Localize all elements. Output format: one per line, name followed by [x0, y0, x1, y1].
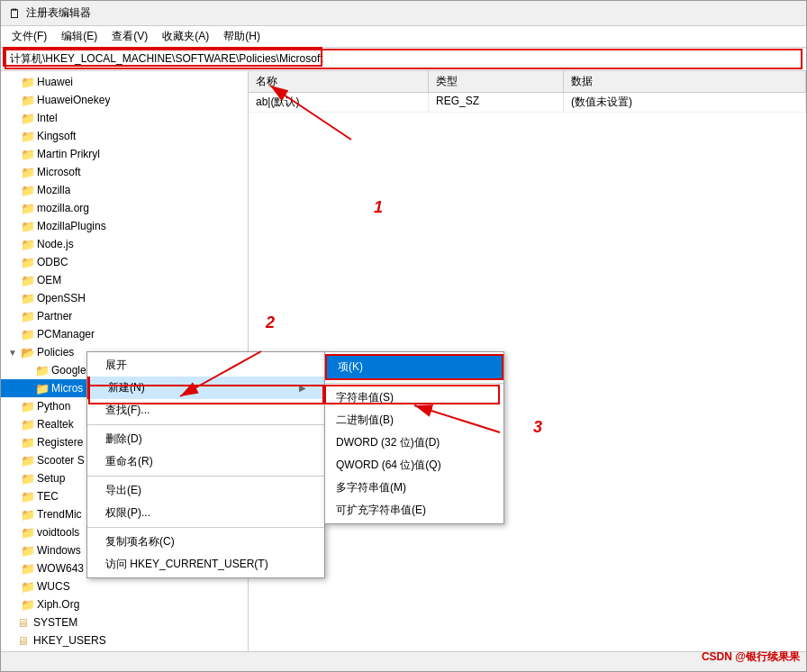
tree-item[interactable]: 📁Intel — [1, 109, 248, 127]
folder-icon: 📁 — [21, 454, 37, 468]
ctx-export[interactable]: 导出(E) — [87, 479, 324, 502]
tree-item[interactable]: 📁Martin Prikryl — [1, 145, 248, 163]
submenu-arrow: ▶ — [299, 383, 306, 393]
tree-label: mozilla.org — [37, 202, 89, 214]
tree-item[interactable]: 📁PCManager — [1, 325, 248, 343]
tree-label: Microsoft — [37, 166, 81, 178]
submenu-expandstring[interactable]: 可扩充字符串值(E) — [325, 499, 503, 522]
ctx-delete[interactable]: 删除(D) — [87, 428, 324, 450]
menu-file[interactable]: 文件(F) — [5, 27, 54, 46]
col-header-type[interactable]: 类型 — [429, 71, 564, 92]
tree-label: Google — [51, 364, 86, 377]
ctx-access[interactable]: 访问 HKEY_CURRENT_USER(T) — [87, 553, 324, 576]
tree-item[interactable]: 📁Node.js — [1, 235, 248, 253]
folder-icon: 📁 — [21, 400, 37, 413]
expand-arrow: ▼ — [8, 348, 21, 358]
submenu-multistring[interactable]: 多字符串值(M) — [325, 477, 503, 499]
menu-edit[interactable]: 编辑(E) — [54, 27, 104, 46]
tree-item[interactable]: 🖥HKEY_USERS — [1, 631, 248, 649]
menu-bar: 文件(F) 编辑(E) 查看(V) 收藏夹(A) 帮助(H) — [1, 26, 806, 48]
cell-type: REG_SZ — [429, 93, 564, 112]
tree-item[interactable]: 📁mozilla.org — [1, 199, 248, 217]
tree-item[interactable]: 📁Huawei — [1, 73, 248, 91]
folder-icon: 📁 — [21, 508, 37, 522]
tree-item[interactable]: 🖥SYSTEM — [1, 613, 248, 631]
col-header-data[interactable]: 数据 — [564, 71, 806, 92]
tree-label: TEC — [37, 490, 59, 503]
ctx-new[interactable]: 新建(N) ▶ — [87, 377, 324, 399]
col-header-name[interactable]: 名称 — [249, 71, 429, 92]
folder-icon: 📁 — [21, 76, 37, 89]
folder-icon: 📁 — [21, 112, 37, 125]
ctx-expand[interactable]: 展开 — [87, 354, 324, 377]
ctx-separator-3 — [87, 527, 324, 528]
tree-item[interactable]: 📁Partner — [1, 307, 248, 325]
title-bar-text: 注册表编辑器 — [26, 5, 91, 21]
folder-icon: 📁 — [35, 382, 51, 395]
folder-icon: 📁 — [21, 580, 37, 594]
folder-icon: 📁 — [21, 202, 37, 215]
tree-item[interactable]: 📁HuaweiOnekey — [1, 91, 248, 109]
submenu-qword[interactable]: QWORD (64 位)值(Q) — [325, 454, 503, 477]
folder-icon: 📁 — [21, 310, 37, 323]
folder-icon: 📁 — [21, 94, 37, 107]
folder-icon: 📁 — [21, 220, 37, 233]
tree-label: Setup — [37, 472, 65, 485]
submenu-separator — [325, 383, 503, 384]
new-submenu: 项(K) 字符串值(S) 二进制值(B) DWORD (32 位)值(D) QW… — [324, 351, 504, 524]
tree-label: Martin Prikryl — [37, 148, 100, 160]
tree-label: Node.js — [37, 238, 74, 250]
table-header: 名称 类型 数据 — [249, 71, 806, 93]
submenu-key[interactable]: 项(K) — [325, 354, 503, 380]
tree-label: Partner — [37, 310, 72, 322]
submenu-binary[interactable]: 二进制值(B) — [325, 409, 503, 431]
tree-item[interactable]: 📁Mozilla — [1, 181, 248, 199]
ctx-separator-2 — [87, 476, 324, 477]
ctx-copy[interactable]: 复制项名称(C) — [87, 531, 324, 553]
menu-help[interactable]: 帮助(H) — [216, 27, 267, 46]
app-icon: 🗒 — [8, 6, 21, 21]
ctx-find[interactable]: 查找(F)... — [87, 399, 324, 422]
address-path[interactable]: 计算机\HKEY_LOCAL_MACHINE\SOFTWARE\Policies… — [5, 49, 802, 69]
folder-icon: 📁 — [35, 364, 51, 377]
folder-icon: 📁 — [21, 418, 37, 431]
tree-item[interactable]: 📁Kingsoft — [1, 127, 248, 145]
cell-data: (数值未设置) — [564, 93, 806, 112]
menu-view[interactable]: 查看(V) — [104, 27, 155, 46]
table-row[interactable]: ab|(默认) REG_SZ (数值未设置) — [249, 93, 806, 113]
tree-item[interactable]: 📁OpenSSH — [1, 289, 248, 307]
title-bar: 🗒 注册表编辑器 — [1, 1, 806, 26]
tree-label: Scooter S — [37, 454, 85, 467]
tree-item[interactable]: 📁Microsoft — [1, 163, 248, 181]
folder-icon: 📁 — [21, 274, 37, 287]
tree-label: Xiph.Org — [37, 598, 79, 611]
tree-item[interactable]: 📁ODBC — [1, 253, 248, 271]
folder-icon: 📁 — [21, 256, 37, 269]
tree-item[interactable]: 📁OEM — [1, 271, 248, 289]
menu-favorites[interactable]: 收藏夹(A) — [155, 27, 216, 46]
tree-item[interactable]: 📁MozillaPlugins — [1, 217, 248, 235]
tree-label: PCManager — [37, 328, 95, 341]
folder-icon: 📁 — [21, 292, 37, 305]
ctx-rename[interactable]: 重命名(R) — [87, 450, 324, 473]
tree-label: Windows — [37, 544, 81, 557]
folder-icon: 📁 — [21, 184, 37, 197]
folder-icon: 📁 — [21, 436, 37, 450]
submenu-dword[interactable]: DWORD (32 位)值(D) — [325, 431, 503, 454]
tree-label: Micros — [51, 382, 83, 395]
tree-label: WOW643 — [37, 562, 84, 575]
tree-label: OpenSSH — [37, 292, 86, 304]
folder-icon: 📁 — [21, 130, 37, 143]
tree-label: ODBC — [37, 256, 68, 268]
submenu-string[interactable]: 字符串值(S) — [325, 386, 503, 409]
tree-label: MozillaPlugins — [37, 220, 106, 232]
tree-item[interactable]: 📁Xiph.Org — [1, 595, 248, 613]
folder-icon: 📁 — [21, 562, 37, 576]
tree-item[interactable]: 📁WUCS — [1, 577, 248, 595]
ctx-permissions[interactable]: 权限(P)... — [87, 502, 324, 524]
folder-icon: 📁 — [21, 472, 37, 486]
tree-label: Mozilla — [37, 184, 70, 196]
folder-icon: 📁 — [21, 328, 37, 341]
tree-label: Registere — [37, 436, 83, 449]
status-bar — [1, 651, 806, 671]
